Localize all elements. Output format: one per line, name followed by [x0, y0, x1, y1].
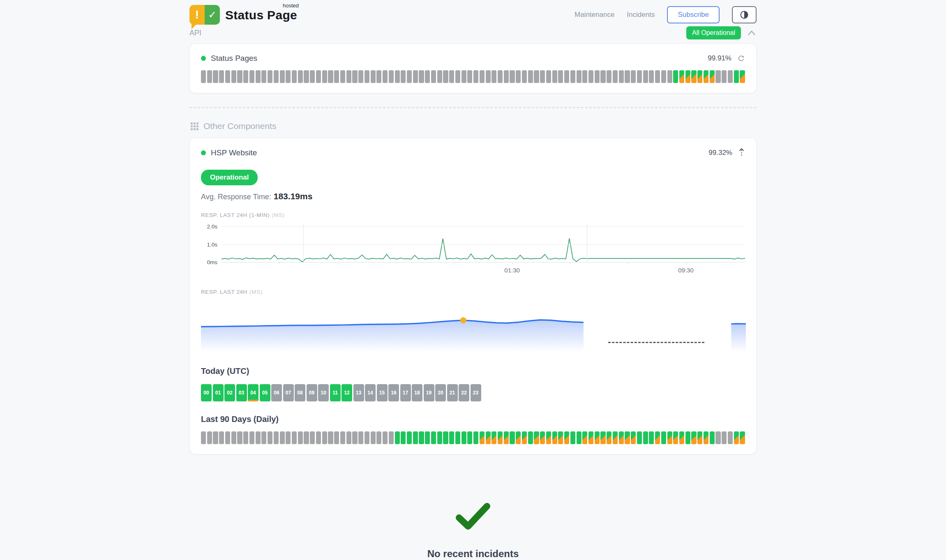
uptime-bar[interactable]	[358, 431, 363, 444]
uptime-bar[interactable]	[304, 431, 309, 444]
uptime-bar[interactable]	[510, 431, 515, 444]
hour-block-22[interactable]: 22	[459, 384, 469, 401]
uptime-bar[interactable]	[691, 431, 696, 444]
uptime-bar[interactable]	[213, 431, 218, 444]
uptime-bar[interactable]	[389, 431, 394, 444]
uptime-bar[interactable]	[637, 431, 642, 444]
uptime-bar[interactable]	[461, 70, 466, 83]
uptime-bar[interactable]	[582, 431, 587, 444]
uptime-bar[interactable]	[358, 70, 363, 83]
uptime-bar[interactable]	[728, 431, 733, 444]
uptime-bar[interactable]	[425, 70, 430, 83]
uptime-bar[interactable]	[419, 70, 424, 83]
uptime-bar[interactable]	[449, 431, 454, 444]
uptime-bar[interactable]	[613, 70, 618, 83]
uptime-bar[interactable]	[249, 70, 254, 83]
uptime-bar[interactable]	[268, 431, 272, 444]
uptime-bar[interactable]	[389, 70, 394, 83]
hour-block-11[interactable]: 11	[330, 384, 341, 401]
uptime-bar[interactable]	[467, 70, 472, 83]
uptime-bar[interactable]	[552, 70, 557, 83]
uptime-bar[interactable]	[607, 70, 611, 83]
uptime-bar[interactable]	[407, 431, 412, 444]
uptime-bar[interactable]	[201, 70, 206, 83]
uptime-bar[interactable]	[237, 431, 242, 444]
uptime-bar[interactable]	[304, 70, 309, 83]
hour-block-08[interactable]: 08	[295, 384, 305, 401]
uptime-bar[interactable]	[710, 431, 715, 444]
uptime-bar[interactable]	[352, 431, 357, 444]
uptime-bar[interactable]	[540, 431, 545, 444]
uptime-bar[interactable]	[715, 431, 720, 444]
uptime-bar[interactable]	[310, 431, 315, 444]
uptime-bar[interactable]	[292, 431, 297, 444]
uptime-bar[interactable]	[558, 431, 563, 444]
uptime-bar[interactable]	[225, 70, 230, 83]
uptime-bar[interactable]	[274, 70, 279, 83]
uptime-bar[interactable]	[600, 431, 605, 444]
hour-block-14[interactable]: 14	[365, 384, 376, 401]
uptime-bar[interactable]	[734, 70, 739, 83]
uptime-bar[interactable]	[376, 70, 381, 83]
hour-block-16[interactable]: 16	[388, 384, 399, 401]
uptime-bar[interactable]	[516, 431, 521, 444]
hour-block-00[interactable]: 00	[201, 384, 212, 401]
uptime-bar[interactable]	[219, 431, 224, 444]
uptime-bar[interactable]	[473, 70, 478, 83]
uptime-bar[interactable]	[340, 70, 345, 83]
uptime-bar[interactable]	[546, 70, 551, 83]
uptime-bar[interactable]	[286, 70, 291, 83]
uptime-bar[interactable]	[280, 431, 285, 444]
uptime-bar[interactable]	[546, 431, 551, 444]
uptime-bar[interactable]	[268, 70, 272, 83]
uptime-bar[interactable]	[346, 70, 351, 83]
uptime-bar[interactable]	[383, 431, 388, 444]
uptime-bar[interactable]	[346, 431, 351, 444]
uptime-bar[interactable]	[643, 70, 648, 83]
chevron-up-icon[interactable]	[747, 30, 757, 36]
uptime-bar[interactable]	[298, 431, 303, 444]
hour-block-09[interactable]: 09	[307, 384, 317, 401]
uptime-bar[interactable]	[473, 431, 478, 444]
uptime-bar[interactable]	[661, 70, 666, 83]
uptime-bar[interactable]	[491, 70, 496, 83]
uptime-bar[interactable]	[631, 70, 636, 83]
uptime-bar[interactable]	[649, 431, 654, 444]
uptime-bar[interactable]	[376, 431, 381, 444]
uptime-bar[interactable]	[274, 431, 279, 444]
theme-toggle-button[interactable]	[732, 6, 757, 23]
uptime-bar[interactable]	[528, 431, 533, 444]
uptime-bar[interactable]	[577, 70, 581, 83]
uptime-bar[interactable]	[685, 431, 690, 444]
uptime-bar[interactable]	[231, 431, 236, 444]
uptime-bar[interactable]	[558, 70, 563, 83]
uptime-bar[interactable]	[564, 431, 569, 444]
hour-block-19[interactable]: 19	[424, 384, 434, 401]
hour-block-03[interactable]: 03	[236, 384, 247, 401]
uptime-bar[interactable]	[734, 431, 739, 444]
hour-block-01[interactable]: 01	[213, 384, 224, 401]
subscribe-button[interactable]: Subscribe	[667, 6, 720, 23]
uptime-bar[interactable]	[455, 431, 460, 444]
uptime-bar[interactable]	[685, 70, 690, 83]
uptime-bar[interactable]	[413, 431, 418, 444]
nav-incidents[interactable]: Incidents	[627, 11, 655, 19]
uptime-bar[interactable]	[419, 431, 424, 444]
uptime-bar[interactable]	[588, 70, 593, 83]
nav-maintenance[interactable]: Maintenance	[575, 11, 614, 19]
uptime-bar[interactable]	[625, 431, 630, 444]
hour-block-05[interactable]: 05	[260, 384, 270, 401]
uptime-bar[interactable]	[740, 431, 745, 444]
uptime-bar[interactable]	[595, 431, 600, 444]
uptime-bar[interactable]	[582, 70, 587, 83]
hour-block-04[interactable]: 04	[248, 384, 258, 401]
uptime-bar[interactable]	[522, 431, 527, 444]
uptime-bar[interactable]	[570, 431, 575, 444]
uptime-bar[interactable]	[371, 431, 376, 444]
uptime-bar[interactable]	[498, 431, 503, 444]
uptime-bar[interactable]	[564, 70, 569, 83]
uptime-bar[interactable]	[225, 431, 230, 444]
hour-block-15[interactable]: 15	[377, 384, 388, 401]
uptime-bar[interactable]	[570, 70, 575, 83]
uptime-bar[interactable]	[437, 431, 442, 444]
